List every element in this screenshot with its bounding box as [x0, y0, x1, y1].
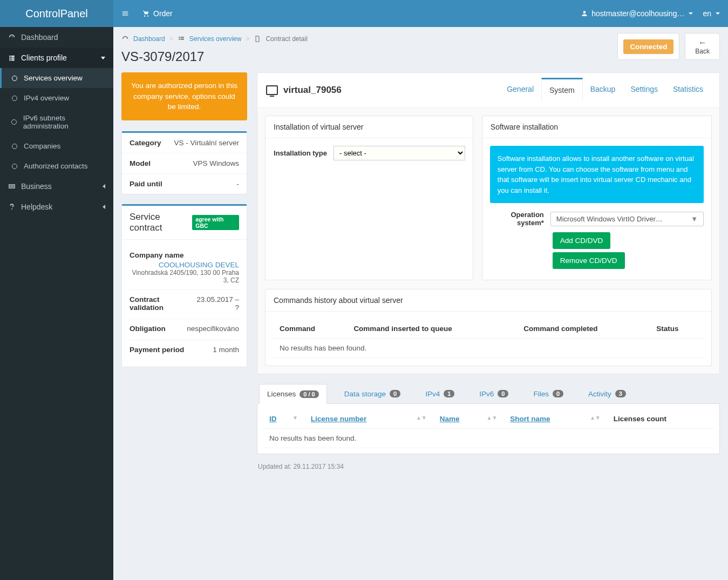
- tab-data-storage[interactable]: Data storage 0: [337, 384, 408, 403]
- sidebar-label: IPv4 overview: [24, 94, 69, 102]
- sidebar-label: Services overview: [24, 74, 83, 82]
- sidebar-item-ipv6-subnets[interactable]: IPv6 subnets administration: [0, 108, 113, 136]
- add-cd-button[interactable]: Add CD/DVD: [553, 232, 611, 249]
- connected-button[interactable]: Connected: [623, 39, 673, 54]
- contract-value: 1 month: [213, 346, 239, 355]
- contract-badge: agree with GBC: [192, 215, 239, 230]
- col-license-number[interactable]: License number▲▼: [304, 409, 433, 429]
- auth-warning: You are authorized person in this compan…: [121, 72, 247, 120]
- order-link[interactable]: Order: [142, 9, 173, 18]
- sidebar-label: IPv6 subnets administration: [23, 114, 105, 130]
- arrow-left-icon: ←: [695, 38, 710, 48]
- contract-title: Service contract: [130, 212, 192, 233]
- tab-ipv4[interactable]: IPv4 1: [418, 384, 462, 403]
- sidebar: Dashboard Clients profile Services overv…: [0, 27, 113, 580]
- sidebar-toggle[interactable]: [121, 10, 129, 17]
- circle-icon: [11, 164, 18, 169]
- tab-licenses[interactable]: Licenses 0 / 0: [259, 384, 327, 404]
- col-short-name[interactable]: Short name▲▼: [504, 409, 607, 429]
- language-menu[interactable]: en: [703, 9, 720, 18]
- sidebar-item-companies[interactable]: Companies: [0, 136, 113, 156]
- sidebar-label: Companies: [24, 142, 60, 150]
- os-label: Operation system*: [490, 211, 544, 227]
- tab-label: Data storage: [344, 390, 386, 398]
- breadcrumb-detail: Contract detail: [266, 35, 307, 43]
- sidebar-label: Business: [21, 182, 52, 191]
- tab-ipv6[interactable]: IPv6 0: [472, 384, 516, 403]
- detail-key: Paid until: [130, 180, 162, 188]
- user-icon: [581, 10, 588, 17]
- sidebar-item-ipv4-overview[interactable]: IPv4 overview: [0, 88, 113, 108]
- topbar: ControlPanel Order hostmaster@coolhousin…: [0, 0, 728, 27]
- tab-activity[interactable]: Activity 3: [581, 384, 634, 403]
- tab-count: 0: [553, 390, 563, 397]
- contract-key: Company name: [130, 251, 239, 259]
- company-address: Vinohradská 2405/190, 130 00 Praha 3, CZ: [130, 269, 239, 284]
- user-menu[interactable]: hostmaster@coolhousing…: [581, 9, 693, 18]
- sidebar-item-dashboard[interactable]: Dashboard: [0, 27, 113, 48]
- tab-system[interactable]: System: [541, 78, 583, 102]
- detail-value: VS - Virtuální server: [174, 139, 239, 147]
- tab-backup[interactable]: Backup: [583, 78, 623, 102]
- history-title: Commands history about virtual server: [266, 289, 711, 312]
- sort-icon: ▲▼: [416, 415, 427, 421]
- sidebar-item-services-overview[interactable]: Services overview: [0, 68, 113, 88]
- company-link[interactable]: COOLHOUSING DEVEL: [159, 261, 239, 269]
- dashboard-icon: [8, 33, 16, 41]
- sidebar-label: Clients profile: [21, 53, 67, 62]
- tab-count: 1: [444, 390, 454, 397]
- svg-point-0: [11, 186, 12, 187]
- os-select[interactable]: Microsoft Windows VirtIO Driver… ▼: [550, 212, 704, 226]
- list-icon: [8, 54, 16, 62]
- tab-general[interactable]: General: [499, 78, 541, 102]
- tab-files[interactable]: Files 0: [526, 384, 571, 403]
- sidebar-item-authorized-contacts[interactable]: Authorized contacts: [0, 156, 113, 176]
- sidebar-label: Dashboard: [21, 33, 58, 42]
- virtual-panel: virtual_79056 General System Backup Sett…: [257, 72, 720, 374]
- bottom-section: Licenses 0 / 0 Data storage 0 IPv4 1 I: [257, 384, 720, 454]
- back-button[interactable]: ← Back: [685, 33, 720, 60]
- col-status: Status: [650, 319, 704, 339]
- tab-label: Licenses: [267, 390, 296, 398]
- tab-count: 3: [615, 390, 626, 397]
- virtual-tabs: General System Backup Settings Statistic…: [499, 78, 711, 102]
- sidebar-item-business[interactable]: Business: [0, 176, 113, 197]
- os-value: Microsoft Windows VirtIO Driver…: [556, 215, 663, 223]
- tab-count: 0 / 0: [300, 390, 318, 398]
- install-title: Installation of virtual server: [266, 116, 473, 138]
- bars-icon: [121, 10, 129, 17]
- history-empty: No results has been found.: [273, 339, 704, 358]
- contract-panel: Service contract agree with GBC Company …: [121, 204, 247, 367]
- sidebar-item-helpdesk[interactable]: Helpdesk: [0, 197, 113, 217]
- footer-updated: Updated at: 29.11.2017 15:34: [257, 454, 720, 474]
- language-label: en: [703, 9, 711, 18]
- circle-icon: [11, 144, 18, 149]
- col-command: Command: [273, 319, 347, 339]
- col-id[interactable]: ID▼: [263, 409, 304, 429]
- install-type-select[interactable]: - select -: [334, 146, 465, 160]
- breadcrumb-dashboard[interactable]: Dashboard: [133, 35, 165, 43]
- file-icon: [254, 35, 261, 43]
- remove-cd-button[interactable]: Remove CD/DVD: [553, 252, 625, 269]
- detail-key: Category: [130, 139, 161, 147]
- caret-down-icon: [689, 12, 693, 15]
- detail-value: VPS Windows: [193, 159, 239, 167]
- brand-logo[interactable]: ControlPanel: [0, 0, 113, 27]
- circle-icon: [11, 119, 18, 125]
- sidebar-label: Helpdesk: [21, 203, 52, 211]
- history-panel: Commands history about virtual server Co…: [265, 289, 712, 366]
- tab-statistics[interactable]: Statistics: [665, 78, 711, 102]
- circle-icon: [11, 76, 18, 81]
- caret-down-icon: [716, 12, 720, 15]
- col-name[interactable]: Name▲▼: [433, 409, 504, 429]
- breadcrumb-services[interactable]: Services overview: [189, 35, 242, 43]
- software-info: Software installation allows to install …: [490, 146, 704, 203]
- sidebar-item-clients-profile[interactable]: Clients profile: [0, 48, 113, 68]
- tab-label: IPv4: [425, 390, 440, 398]
- question-icon: [8, 203, 16, 211]
- contract-key: Obligation: [130, 325, 166, 333]
- contract-value: nespecifikováno: [187, 325, 239, 334]
- tab-settings[interactable]: Settings: [623, 78, 665, 102]
- caret-down-icon: ▼: [691, 215, 698, 223]
- content: Dashboard > Services overview > Contract…: [113, 27, 728, 580]
